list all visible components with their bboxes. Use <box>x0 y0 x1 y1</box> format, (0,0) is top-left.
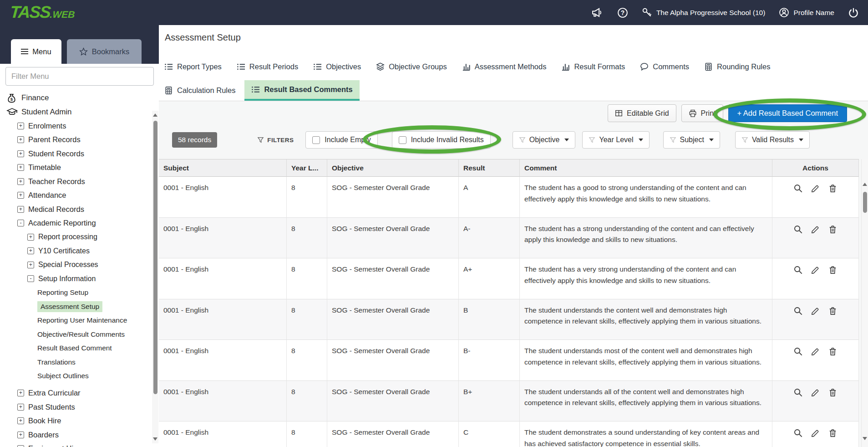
valid-results-filter-dropdown[interactable]: Valid Results <box>735 131 810 149</box>
sidebar-item-enrolments[interactable]: + Enrolments <box>0 119 150 133</box>
view-magnifier-icon[interactable] <box>793 347 803 356</box>
edit-pencil-icon[interactable] <box>811 265 820 275</box>
sidebar-item-finance[interactable]: Finance <box>0 91 150 105</box>
school-selector[interactable]: The Alpha Progressive School (10) <box>642 7 766 18</box>
expand-plus-icon[interactable]: + <box>17 445 24 447</box>
expand-plus-icon[interactable]: + <box>27 262 34 268</box>
edit-pencil-icon[interactable] <box>811 225 820 234</box>
bookmarks-tab[interactable]: Bookmarks <box>67 39 142 64</box>
scroll-up-arrow-icon[interactable] <box>863 183 867 186</box>
sidebar-item-parent-records[interactable]: + Parent Records <box>0 133 150 147</box>
delete-trash-icon[interactable] <box>828 388 838 397</box>
expand-plus-icon[interactable]: + <box>17 164 24 171</box>
expand-plus-icon[interactable]: + <box>17 432 24 438</box>
profile-menu[interactable]: Profile Name <box>779 7 834 18</box>
sidebar-item-extra-curricular[interactable]: + Extra Curricular <box>0 386 150 401</box>
expand-plus-icon[interactable]: + <box>27 247 34 254</box>
tab-comments[interactable]: Comments <box>640 62 689 71</box>
print-button[interactable]: Print <box>681 104 723 122</box>
sidebar-item-report-processing[interactable]: + Report processing <box>0 230 150 244</box>
expand-plus-icon[interactable]: + <box>17 192 24 199</box>
tab-result-periods[interactable]: Result Periods <box>237 62 298 71</box>
sidebar-scrollbar-thumb[interactable] <box>153 121 157 394</box>
delete-trash-icon[interactable] <box>828 225 838 234</box>
tab-result-based-comments-active[interactable]: Result Based Comments <box>244 80 359 101</box>
view-magnifier-icon[interactable] <box>793 306 803 316</box>
table-scrollbar-thumb[interactable] <box>863 192 867 213</box>
objective-filter-dropdown[interactable]: Objective <box>513 131 576 149</box>
sidebar-item-special-processes[interactable]: + Special Processes <box>0 258 150 272</box>
editable-grid-button[interactable]: Editable Grid <box>608 104 676 122</box>
include-invalid-results-checkbox[interactable]: Include Invalid Results <box>392 131 491 149</box>
delete-trash-icon[interactable] <box>828 184 838 193</box>
sidebar-item-student-admin[interactable]: Student Admin <box>0 105 150 119</box>
sidebar-item-setup-information[interactable]: - Setup Information <box>0 272 150 286</box>
sidebar-item-translations[interactable]: Translations <box>0 355 150 370</box>
scroll-up-arrow-icon[interactable] <box>153 113 157 117</box>
table-scrollbar[interactable] <box>861 159 868 447</box>
edit-pencil-icon[interactable] <box>811 388 820 397</box>
add-result-based-comment-button[interactable]: + Add Result Based Comment <box>728 104 848 122</box>
tab-assessment-methods[interactable]: Assessment Methods <box>462 62 547 71</box>
tab-result-formats[interactable]: Result Formats <box>561 62 625 71</box>
expand-plus-icon[interactable]: + <box>17 417 24 424</box>
help-icon[interactable] <box>617 7 628 18</box>
sidebar-item-medical-records[interactable]: + Medical Records <box>0 202 150 216</box>
sidebar-item-objective-result-comments[interactable]: Objective/Result Comments <box>0 328 150 342</box>
menu-tab[interactable]: Menu <box>11 39 61 64</box>
include-empty-checkbox[interactable]: Include Empty <box>305 131 377 149</box>
expand-plus-icon[interactable]: + <box>27 234 34 241</box>
sidebar-item-academic-reporting[interactable]: - Academic Reporting <box>0 216 150 231</box>
delete-trash-icon[interactable] <box>828 428 838 438</box>
sidebar-item-assessment-setup-active[interactable]: Assessment Setup <box>0 300 150 314</box>
delete-trash-icon[interactable] <box>828 306 838 316</box>
collapse-minus-icon[interactable]: - <box>17 220 24 226</box>
edit-pencil-icon[interactable] <box>811 428 820 438</box>
checkbox-icon[interactable] <box>399 136 406 144</box>
view-magnifier-icon[interactable] <box>793 388 803 397</box>
view-magnifier-icon[interactable] <box>793 428 803 438</box>
tab-report-types[interactable]: Report Types <box>164 62 222 71</box>
view-magnifier-icon[interactable] <box>793 184 803 193</box>
tab-objective-groups[interactable]: Objective Groups <box>376 62 447 71</box>
checkbox-icon[interactable] <box>312 136 320 144</box>
delete-trash-icon[interactable] <box>828 347 838 356</box>
expand-plus-icon[interactable]: + <box>17 178 24 185</box>
sidebar-item-reporting-user-maintenance[interactable]: Reporting User Maintenance <box>0 313 150 328</box>
sidebar-item-book-hire[interactable]: + Book Hire <box>0 414 150 428</box>
column-header-result[interactable]: Result <box>459 159 520 177</box>
expand-plus-icon[interactable]: + <box>17 206 24 213</box>
sidebar-item-subject-outlines[interactable]: Subject Outlines <box>0 369 150 383</box>
edit-pencil-icon[interactable] <box>811 184 820 193</box>
sidebar-item-timetable[interactable]: + Timetable <box>0 161 150 175</box>
sidebar-scrollbar[interactable] <box>152 111 158 443</box>
expand-plus-icon[interactable]: + <box>17 404 24 411</box>
tab-calculation-rules[interactable]: Calculation Rules <box>164 86 235 95</box>
sidebar-item-reporting-setup[interactable]: Reporting Setup <box>0 286 150 300</box>
sidebar-item-y10-certificates[interactable]: + Y10 Certificates <box>0 244 150 258</box>
announcements-megaphone-icon[interactable] <box>591 7 604 18</box>
logout-power-icon[interactable] <box>848 7 859 18</box>
expand-plus-icon[interactable]: + <box>17 390 24 396</box>
sidebar-item-student-records[interactable]: + Student Records <box>0 147 150 161</box>
column-header-objective[interactable]: Objective <box>327 159 459 177</box>
sidebar-item-equipment-hire[interactable]: + Equipment Hire <box>0 442 150 447</box>
sidebar-item-result-based-comment[interactable]: Result Based Comment <box>0 341 150 355</box>
edit-pencil-icon[interactable] <box>811 347 820 356</box>
scroll-down-arrow-icon[interactable] <box>153 437 157 441</box>
edit-pencil-icon[interactable] <box>811 306 820 316</box>
sidebar-item-boarders[interactable]: + Boarders <box>0 428 150 442</box>
sidebar-item-attendance[interactable]: + Attendance <box>0 189 150 203</box>
tass-web-logo[interactable]: TASS.WEB <box>10 3 76 22</box>
view-magnifier-icon[interactable] <box>793 225 803 234</box>
collapse-minus-icon[interactable]: - <box>27 275 34 282</box>
tab-objectives[interactable]: Objectives <box>313 62 361 71</box>
expand-plus-icon[interactable]: + <box>17 123 24 129</box>
year-level-filter-dropdown[interactable]: Year Level <box>582 131 649 149</box>
scroll-down-arrow-icon[interactable] <box>863 437 867 440</box>
sidebar-item-past-students[interactable]: + Past Students <box>0 400 150 414</box>
column-header-comment[interactable]: Comment <box>520 159 772 177</box>
column-header-year-level[interactable]: Year L... <box>287 159 327 177</box>
view-magnifier-icon[interactable] <box>793 265 803 275</box>
filter-menu-input[interactable] <box>5 67 154 86</box>
